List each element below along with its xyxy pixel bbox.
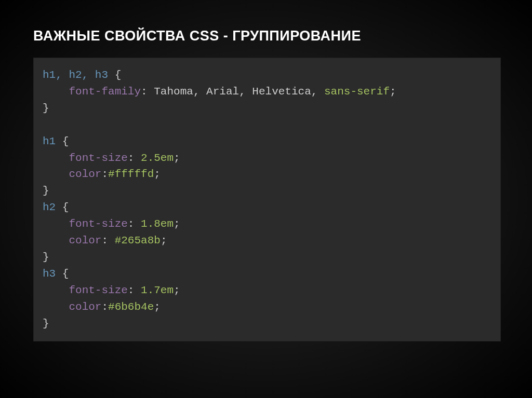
code-value: #265a8b [115,235,161,246]
code-value: 2.5em [141,152,174,164]
code-comma: , [311,86,318,98]
code-colon: : [101,235,108,246]
code-colon: : [101,168,108,180]
code-prop: color [69,168,101,180]
code-selector: h3 [43,268,56,280]
code-prop: font-size [69,152,127,164]
code-brace: { [62,135,69,147]
code-comma: , [239,86,246,98]
code-value: Tahoma [154,86,193,98]
code-value: 1.7em [141,284,174,296]
code-value: #fffffd [108,168,154,180]
code-prop: color [69,235,101,246]
code-brace: { [62,268,69,280]
code-selector: h1, h2, h3 [43,69,108,81]
slide-container: ВАЖНЫЕ СВОЙСТВА CSS - ГРУППИРОВАНИЕ h1, … [0,0,532,398]
code-value: #6b6b4e [108,301,154,313]
code-brace: { [62,201,69,213]
code-prop: font-size [69,218,127,230]
code-value: Helvetica [252,86,311,98]
css-code-block: h1, h2, h3 { font-family: Tahoma, Arial,… [33,58,501,341]
code-semicolon: ; [174,218,180,230]
code-semicolon: ; [154,168,161,180]
code-prop: font-family [69,86,141,98]
code-brace: } [43,251,49,263]
code-prop: color [69,301,101,313]
code-brace: { [115,69,122,81]
code-value: 1.8em [141,218,174,230]
code-colon: : [128,284,135,296]
code-colon: : [128,152,135,164]
code-semicolon: ; [390,86,396,98]
code-colon: : [101,301,108,313]
code-brace: } [43,318,49,330]
code-colon: : [128,218,135,230]
code-value: Arial [206,86,239,98]
code-selector: h2 [43,201,56,213]
slide-title: ВАЖНЫЕ СВОЙСТВА CSS - ГРУППИРОВАНИЕ [33,28,501,44]
code-semicolon: ; [174,284,180,296]
code-selector: h1 [43,135,56,147]
code-comma: , [193,86,200,98]
code-semicolon: ; [161,235,167,246]
code-colon: : [141,86,148,98]
code-semicolon: ; [174,152,180,164]
code-prop: font-size [69,284,127,296]
code-brace: } [43,102,49,114]
code-semicolon: ; [154,301,161,313]
code-brace: } [43,185,49,197]
code-value: sans-serif [324,86,390,98]
